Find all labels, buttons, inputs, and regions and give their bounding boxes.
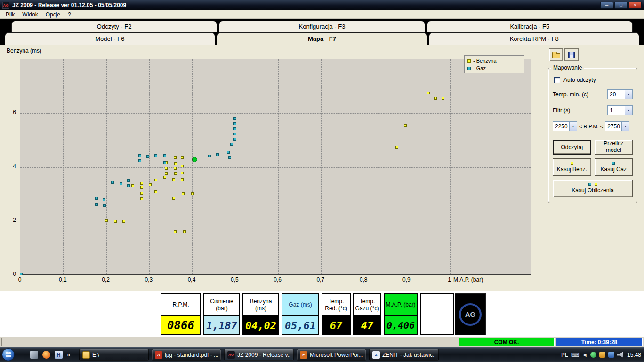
readout-label bbox=[421, 294, 453, 315]
point-benzyna bbox=[427, 92, 430, 94]
point-benzyna bbox=[404, 124, 407, 127]
clock[interactable]: 15:48 bbox=[627, 352, 641, 358]
auto-odczyty-row: Auto odczyty bbox=[554, 77, 633, 83]
readout-value: 67 bbox=[322, 315, 350, 334]
point-benzyna bbox=[174, 167, 177, 170]
readout-value bbox=[421, 315, 453, 334]
save-file-button[interactable] bbox=[564, 48, 579, 61]
scatter-plot[interactable] bbox=[20, 59, 531, 275]
menu-widok[interactable]: Widok bbox=[18, 11, 41, 18]
quick-launch-overflow-icon[interactable] bbox=[67, 351, 70, 358]
x-tick-label: 0,7 bbox=[311, 276, 330, 283]
point-benzyna bbox=[149, 183, 152, 186]
chart-legend: - Benzyna - Gaz bbox=[464, 55, 524, 73]
tab-korekta-rpm-f8[interactable]: Korekta RPM - F8 bbox=[429, 32, 639, 45]
menu-bar: Plik Widok Opcje ? bbox=[0, 10, 644, 19]
przelicz-model-button[interactable]: Przelicz model bbox=[595, 140, 633, 155]
tab-konfiguracja-f3[interactable]: Konfiguracja - F3 bbox=[219, 21, 425, 32]
point-gaz bbox=[233, 122, 236, 125]
point-benzyna bbox=[154, 190, 157, 193]
taskbar-button-zenit[interactable]: ZZENIT - Jak ustawic.... bbox=[369, 349, 439, 361]
kasuj-gaz-button[interactable]: Kasuj Gaz bbox=[595, 158, 633, 176]
open-file-button[interactable] bbox=[549, 48, 563, 61]
antivirus-tray-icon[interactable] bbox=[590, 352, 596, 358]
point-benzyna bbox=[140, 182, 143, 185]
chevron-down-icon[interactable]: ▼ bbox=[569, 122, 577, 131]
start-button[interactable] bbox=[2, 348, 15, 361]
gridline-vertical bbox=[106, 59, 107, 274]
point-gaz bbox=[228, 156, 231, 159]
taskbar-button-pdf[interactable]: Alpg - standard.pdf - ... bbox=[152, 349, 221, 361]
tab-mapa-f7[interactable]: Mapa - F7 bbox=[217, 32, 427, 45]
gridline-vertical bbox=[321, 59, 322, 274]
point-benzyna bbox=[181, 156, 184, 159]
temp-min-select[interactable]: 20 ▼ bbox=[607, 89, 633, 99]
point-benzyna bbox=[182, 192, 185, 195]
kasuj-obliczenia-button[interactable]: Kasuj Obliczenia bbox=[553, 180, 633, 197]
taskbar-button-folder[interactable]: E:\ bbox=[79, 349, 149, 361]
point-benzyna bbox=[140, 186, 143, 189]
menu-opcje[interactable]: Opcje bbox=[42, 11, 64, 18]
odczytaj-button[interactable]: Odczytaj bbox=[553, 140, 591, 155]
benzyna-legend-icon bbox=[467, 59, 471, 63]
network-tray-icon[interactable] bbox=[608, 352, 614, 358]
window-title: JZ 2009 - Release ver 01.12.05 - 05/05/2… bbox=[12, 2, 126, 8]
tab-odczyty-f2[interactable]: Odczyty - F2 bbox=[11, 21, 217, 32]
keyboard-icon[interactable]: ⌨ bbox=[571, 352, 579, 358]
tab-strip: Odczyty - F2 Konfiguracja - F3 Kalibracj… bbox=[0, 19, 644, 45]
app-window: AG JZ 2009 - Release ver 01.12.05 - 05/0… bbox=[0, 0, 644, 347]
mapowanie-group: Mapowanie Auto odczyty Temp. min. (c) 20… bbox=[548, 68, 637, 203]
browser-icon[interactable] bbox=[42, 351, 50, 359]
x-tick-label: 0,1 bbox=[53, 276, 72, 283]
readout-label: Ciśnienie (bar) bbox=[204, 294, 239, 315]
window-controls: ─ □ × bbox=[600, 2, 642, 9]
point-gaz bbox=[138, 154, 141, 157]
map-actions: Odczytaj Przelicz model Kasuj Benz. Kasu… bbox=[553, 140, 633, 197]
rpm-low-select[interactable]: 2250 ▼ bbox=[553, 121, 577, 131]
kasuj-gaz-label: Kasuj Gaz bbox=[601, 166, 627, 173]
session-time: Time: 0:39:28 bbox=[556, 338, 643, 346]
chevron-down-icon[interactable]: ▼ bbox=[625, 90, 632, 99]
close-button[interactable]: × bbox=[628, 2, 642, 9]
point-gaz bbox=[138, 159, 141, 162]
show-desktop-icon[interactable] bbox=[30, 351, 38, 359]
status-pane-empty bbox=[1, 338, 457, 346]
benzyna-legend-label: - Benzyna bbox=[473, 58, 497, 63]
language-indicator[interactable]: PL bbox=[561, 352, 568, 358]
menu-help[interactable]: ? bbox=[64, 11, 75, 18]
point-gaz bbox=[103, 198, 105, 201]
readout-value: 0,406 bbox=[385, 315, 417, 334]
rpm-high-select[interactable]: 2750 ▼ bbox=[605, 121, 629, 131]
update-tray-icon[interactable] bbox=[599, 352, 605, 358]
point-benzyna bbox=[105, 219, 108, 222]
y-tick-label: 0 bbox=[4, 271, 16, 277]
point-benzyna bbox=[442, 97, 444, 100]
volume-icon[interactable] bbox=[617, 352, 623, 358]
point-gaz bbox=[95, 203, 98, 206]
tray-expand-icon[interactable]: ◄ bbox=[582, 352, 588, 358]
readout-value: 04,02 bbox=[243, 315, 278, 334]
tab-kalibracja-f5[interactable]: Kalibracja - F5 bbox=[427, 21, 633, 32]
point-gaz bbox=[233, 127, 236, 130]
gridline-vertical bbox=[407, 59, 407, 274]
point-benzyna bbox=[183, 230, 186, 233]
readout-value: 1,187 bbox=[204, 315, 239, 334]
auto-odczyty-checkbox[interactable] bbox=[554, 77, 560, 83]
menu-plik[interactable]: Plik bbox=[2, 11, 18, 18]
tab-model-f6[interactable]: Model - F6 bbox=[5, 32, 215, 45]
taskbar-button-label: ZENIT - Jak ustawic.... bbox=[382, 352, 435, 358]
taskbar-button-ag[interactable]: AGJZ 2009 - Release v... bbox=[224, 349, 294, 361]
chevron-down-icon[interactable]: ▼ bbox=[625, 106, 632, 115]
chevron-down-icon[interactable]: ▼ bbox=[621, 122, 629, 131]
taskbar-button-powerpoint[interactable]: PMicrosoft PowerPoi... bbox=[297, 349, 366, 361]
com-status: COM OK. bbox=[459, 338, 555, 346]
taskbar-button-label: lpg - standard.pdf - ... bbox=[165, 352, 218, 358]
filtr-select[interactable]: 1 ▼ bbox=[607, 105, 633, 115]
kasuj-benz-button[interactable]: Kasuj Benz. bbox=[553, 158, 591, 176]
quick-launch-app-icon[interactable] bbox=[55, 351, 63, 359]
maximize-button[interactable]: □ bbox=[614, 2, 628, 9]
task-buttons: E:\Alpg - standard.pdf - ...AGJZ 2009 - … bbox=[79, 349, 439, 361]
minimize-button[interactable]: ─ bbox=[600, 2, 613, 9]
point-gaz bbox=[233, 117, 236, 120]
zenit-icon: Z bbox=[372, 351, 380, 359]
